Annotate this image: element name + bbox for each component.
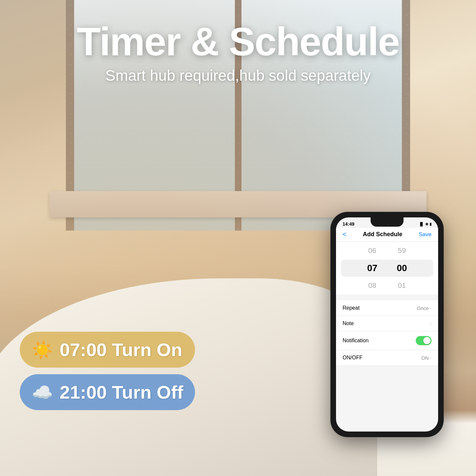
repeat-value: Once ›	[417, 305, 432, 311]
hour-selected: 07	[357, 259, 387, 277]
hours-column[interactable]: 06 07 08	[357, 242, 387, 294]
minute-below: 01	[387, 277, 417, 294]
notification-toggle[interactable]	[416, 336, 432, 345]
settings-section: Repeat Once › Note › Notification	[336, 300, 438, 366]
signal-icon: ▐▌	[419, 222, 424, 226]
status-icons: ▐▌ ⊛ ▮	[419, 222, 432, 226]
morning-card: ☀️ 07:00 Turn On	[20, 332, 195, 368]
battery-icon: ▮	[430, 222, 432, 226]
time-picker[interactable]: 06 07 08 59 00 01	[336, 242, 438, 294]
onoff-text: ON	[421, 355, 429, 361]
notification-row[interactable]: Notification	[336, 331, 438, 350]
note-chevron: ›	[430, 321, 432, 326]
evening-card: ☁️ 21:00 Turn Off	[20, 374, 195, 410]
status-time: 14:49	[343, 221, 354, 227]
minute-selected: 00	[387, 259, 417, 277]
wifi-icon: ⊛	[425, 222, 428, 226]
cloud-icon: ☁️	[32, 384, 53, 401]
onoff-value: ON ›	[421, 355, 432, 361]
app-header: < Add Schedule Save	[336, 228, 438, 242]
back-button[interactable]: <	[343, 231, 347, 238]
note-value: ›	[430, 321, 432, 326]
onoff-row[interactable]: ON/OFF ON ›	[336, 350, 438, 366]
morning-card-text: 07:00 Turn On	[60, 339, 182, 360]
save-button[interactable]: Save	[419, 231, 432, 238]
repeat-row[interactable]: Repeat Once ›	[336, 300, 438, 316]
subtitle: Smart hub required,hub sold separately	[0, 67, 476, 84]
cards-container: ☀️ 07:00 Turn On ☁️ 21:00 Turn Off	[20, 332, 195, 410]
evening-card-text: 21:00 Turn Off	[60, 381, 183, 403]
phone-container: 14:49 ▐▌ ⊛ ▮ < Add Schedule Save 06	[331, 212, 443, 436]
minute-above: 59	[387, 242, 417, 259]
app-title: Add Schedule	[363, 231, 402, 238]
sun-icon: ☀️	[32, 341, 53, 358]
repeat-chevron: ›	[430, 305, 432, 311]
onoff-chevron: ›	[430, 355, 432, 360]
notification-label: Notification	[343, 338, 369, 344]
phone-device: 14:49 ▐▌ ⊛ ▮ < Add Schedule Save 06	[331, 212, 443, 436]
hour-below: 08	[357, 277, 387, 294]
minutes-column[interactable]: 59 00 01	[387, 242, 417, 294]
note-label: Note	[343, 321, 354, 326]
repeat-text: Once	[417, 305, 429, 311]
hour-above: 06	[357, 242, 387, 259]
onoff-label: ON/OFF	[343, 355, 362, 361]
note-row[interactable]: Note ›	[336, 316, 438, 331]
main-title: Timer & Schedule	[0, 20, 476, 63]
header-section: Timer & Schedule Smart hub required,hub …	[0, 20, 476, 84]
repeat-label: Repeat	[343, 305, 360, 311]
picker-content: 06 07 08 59 00 01	[357, 242, 417, 294]
phone-notch	[371, 217, 404, 227]
phone-screen: 14:49 ▐▌ ⊛ ▮ < Add Schedule Save 06	[336, 217, 438, 432]
